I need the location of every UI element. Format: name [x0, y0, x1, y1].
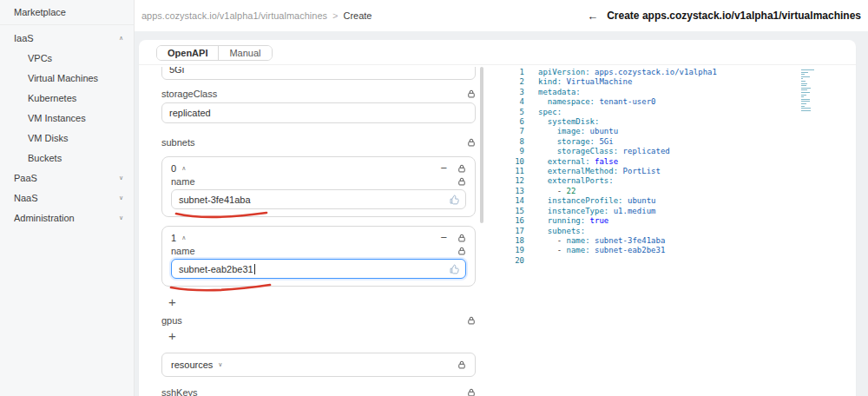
storage-input[interactable]: 5Gi: [161, 67, 476, 80]
editor-line-code: - 22: [538, 187, 575, 196]
subnet-1-name-input[interactable]: subnet-eab2be31: [171, 259, 466, 279]
back-arrow-icon[interactable]: ←: [587, 10, 598, 23]
form-scrollbar-thumb[interactable]: [480, 67, 483, 223]
tab-manual[interactable]: Manual: [218, 46, 271, 60]
editor-line-code: image: ubuntu: [538, 127, 618, 136]
line-number: 5: [502, 108, 524, 117]
line-number: 7: [502, 127, 524, 136]
sidebar-item-vm-disks[interactable]: VM Disks: [0, 128, 134, 148]
breadcrumb-root[interactable]: apps.cozystack.io/v1alpha1/virtualmachin…: [141, 10, 327, 21]
editor-line-code: - name: subnet-eab2be31: [538, 246, 665, 255]
add-gpu-button[interactable]: +: [168, 329, 181, 342]
minimap-line: [801, 88, 811, 89]
subnet-0-name-value: subnet-3fe41aba: [179, 195, 251, 205]
subnet-0-actions: −: [440, 162, 466, 174]
minimap-line: [801, 81, 806, 82]
breadcrumb-separator-icon: >: [332, 10, 338, 21]
sidebar-item-vm-instances[interactable]: VM Instances: [0, 108, 134, 128]
subnet-0-name-input[interactable]: subnet-3fe41aba: [171, 189, 466, 209]
editor-line: 7 image: ubuntu: [502, 127, 856, 136]
editor-line: 19 - name: subnet-eab2be31: [502, 246, 856, 255]
sidebar-item-paas[interactable]: PaaS ∨: [0, 168, 134, 188]
editor-line-code: kind: VirtualMachine: [538, 77, 632, 87]
line-number: 18: [502, 236, 524, 246]
tabs-row: OpenAPI Manual: [139, 40, 856, 65]
resources-label: resources: [171, 360, 213, 370]
minimap-line: [801, 110, 811, 111]
editor-line-code: instanceType: u1.medium: [538, 207, 655, 216]
editor-line: 20: [502, 256, 856, 266]
storage-class-label: storageClass: [161, 89, 217, 99]
sidebar-nav: Marketplace IaaS ∧ VPCs Virtual Machines…: [0, 2, 134, 228]
sidebar-item-virtual-machines[interactable]: Virtual Machines: [0, 68, 134, 88]
editor-line: 14 instanceProfile: ubuntu: [502, 196, 856, 206]
sidebar-item-marketplace[interactable]: Marketplace: [0, 2, 134, 22]
subnet-0-name-label: name: [171, 176, 195, 187]
editor-line-code: external: false: [538, 157, 618, 167]
sidebar-item-label: IaaS: [14, 33, 114, 43]
minimap-line: [801, 95, 806, 96]
line-number: 16: [502, 216, 524, 226]
editor-line-code: storage: 5Gi: [538, 137, 614, 147]
remove-subnet-1-button[interactable]: −: [440, 232, 447, 243]
editor-minimap[interactable]: [801, 69, 814, 115]
thumbs-up-icon[interactable]: [449, 263, 460, 274]
line-number: 10: [502, 157, 524, 167]
sidebar-item-buckets[interactable]: Buckets: [0, 148, 134, 168]
editor-line: 9 storageClass: replicated: [502, 147, 856, 156]
minimap-line: [801, 103, 806, 104]
sidebar-item-iaas[interactable]: IaaS ∧: [0, 28, 134, 48]
lock-icon: [467, 138, 476, 147]
subnet-0-index: 0: [171, 163, 176, 174]
red-annotation-underline: [174, 210, 270, 221]
line-number: 14: [502, 196, 524, 206]
minimap-line: [801, 106, 805, 107]
line-number: 12: [502, 176, 524, 186]
minimap-line: [801, 89, 807, 90]
sidebar-divider: [0, 24, 134, 25]
remove-subnet-0-button[interactable]: −: [440, 162, 447, 174]
sidebar-item-naas[interactable]: NaaS ∨: [0, 188, 134, 208]
minimap-line: [801, 101, 810, 102]
app-window: Marketplace IaaS ∧ VPCs Virtual Machines…: [0, 0, 868, 396]
subnet-1-collapse[interactable]: 1 ∧: [171, 233, 186, 243]
sshkeys-label-row: sshKeys: [161, 387, 476, 396]
sidebar-item-label: Kubernetes: [28, 93, 123, 103]
subnet-0-header: 0 ∧ −: [171, 162, 466, 175]
add-subnet-button[interactable]: +: [168, 295, 181, 308]
lock-icon: [467, 388, 476, 396]
yaml-editor[interactable]: 1 apiVersion: apps.cozystack.io/v1alpha1…: [502, 67, 856, 396]
line-number: 6: [502, 117, 524, 127]
chevron-up-icon: ∧: [181, 165, 186, 172]
sidebar-item-vpcs[interactable]: VPCs: [0, 48, 134, 68]
subnet-1-header: 1 ∧ −: [171, 231, 466, 244]
form-mode-tabs: OpenAPI Manual: [156, 45, 273, 61]
thumbs-up-icon[interactable]: [449, 194, 460, 205]
chevron-down-icon: ∨: [119, 214, 123, 221]
gpus-label-row: gpus: [161, 315, 476, 326]
subnet-item-0: 0 ∧ − name: [161, 156, 476, 217]
chevron-down-icon: ∨: [218, 361, 222, 368]
sidebar-item-administration[interactable]: Administration ∨: [0, 208, 134, 228]
subnet-1-name-label: name: [171, 246, 195, 256]
editor-line: 18 - name: subnet-3fe41aba: [502, 236, 856, 246]
tab-openapi[interactable]: OpenAPI: [157, 46, 218, 60]
editor-line: 16 running: true: [502, 216, 856, 226]
lock-icon: [457, 234, 466, 242]
breadcrumb: apps.cozystack.io/v1alpha1/virtualmachin…: [141, 10, 372, 21]
line-number: 8: [502, 137, 524, 147]
storage-class-input[interactable]: replicated: [161, 102, 476, 123]
red-annotation-underline: [169, 282, 273, 293]
editor-line-code: running: true: [538, 216, 608, 226]
editor-line-code: apiVersion: apps.cozystack.io/v1alpha1: [538, 68, 717, 77]
sidebar-item-label: VM Instances: [28, 113, 123, 123]
resources-expander[interactable]: resources ∨: [161, 353, 476, 377]
chevron-up-icon: ∧: [181, 234, 186, 241]
lock-icon: [457, 164, 466, 173]
sidebar-item-kubernetes[interactable]: Kubernetes: [0, 88, 134, 108]
subnet-0-collapse[interactable]: 0 ∧: [171, 163, 186, 174]
line-number: 17: [502, 227, 524, 236]
chevron-down-icon: ∨: [119, 195, 123, 201]
sshkeys-label: sshKeys: [161, 387, 198, 396]
subnet-item-1: 1 ∧ − name: [161, 226, 476, 287]
